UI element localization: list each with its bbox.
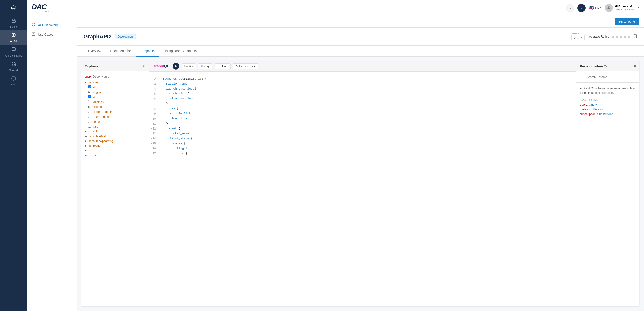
doc-search-input[interactable] [580,74,636,80]
line-num: ▾14 [149,136,158,141]
svg-marker-25 [175,65,177,68]
tree-checkbox-status[interactable] [88,120,91,123]
menu-icon[interactable] [8,2,19,14]
tree-label-cores: cores [88,153,96,157]
query-name-input[interactable] [92,75,124,78]
tab-overview[interactable]: Overview [84,46,106,57]
tree-item: landings [88,100,146,104]
code-line: 9 article_link [149,111,576,116]
logo: DAC DIGITAL APICRAFT [32,3,57,13]
run-button[interactable] [172,63,179,70]
code-line: ▾12 rocket { [149,126,576,131]
tree-expander-core[interactable]: ▶ [85,149,87,152]
tree-checkbox-id-star[interactable] [88,85,91,88]
average-rating-label: Average Rating [589,35,609,38]
tree-checkbox-id[interactable] [88,95,91,98]
doc-explorer-close-button[interactable]: × [634,64,636,69]
fold-arrow-icon[interactable]: ▾ [150,127,152,130]
line-num: 10 [149,116,158,121]
line-code: rocket { [158,126,180,131]
rating-stars[interactable]: ★★★★★ [611,34,631,39]
code-line: ▾2 launchesPast(limit: 10) { [149,77,576,82]
explorer-panel: Explorer × query ▾ capsule [81,61,149,306]
code-line: 13 rocket_name [149,131,576,136]
tree-expander-company[interactable]: ▶ [85,144,87,147]
sidebar-item-community[interactable]: API Community [0,45,27,59]
tabs-bar: Overview Documentation Endpoints Ratings… [77,46,644,57]
authentication-button[interactable]: Authentication ▾ [233,63,258,69]
user-name: Hi Pramod G [615,5,636,8]
doc-root-types-label: ROOT TYPES [580,98,636,101]
tree-label-dragon: dragon [92,90,101,94]
svg-point-14 [569,7,571,9]
main-area: DAC DIGITAL APICRAFT 0 🇬🇧 EN ▾ [27,0,644,311]
right-panel: Subscribe GraphAPI2 Development Version [77,16,644,311]
apis-icon [11,33,16,39]
left-panel: API Discovery Use Cases [27,16,77,311]
doc-type-subscription-value[interactable]: Subscription [597,112,614,116]
tree-label-capsules-upcoming: capsulesUpcoming [88,139,113,143]
fold-arrow-icon[interactable]: ▾ [150,142,152,145]
tree-checkbox-type[interactable] [88,125,91,128]
use-cases-label: Use Cases [38,33,53,36]
tree-expander-missions[interactable]: ▶ [88,105,90,109]
fold-arrow-icon[interactable]: ▾ [152,78,153,81]
line-num: 11 [149,121,158,126]
tab-endpoints[interactable]: Endpoints [136,46,159,57]
line-code: launch_date_local [158,87,196,91]
language-selector[interactable]: 🇬🇧 EN ▾ [589,6,601,11]
explorer-close-button[interactable]: × [143,64,146,69]
svg-point-17 [32,23,35,26]
sidebar-item-home[interactable]: Home [0,16,27,30]
doc-type-mutation-value[interactable]: Mutation [593,108,604,111]
fold-arrow-icon[interactable]: ▾ [150,137,152,140]
tree-checkbox-landings[interactable] [88,100,91,103]
logo-area: DAC DIGITAL APICRAFT [32,3,57,13]
svg-line-18 [34,25,35,26]
left-panel-api-discovery[interactable]: API Discovery [27,20,76,30]
use-cases-icon [32,32,36,37]
line-num: 8 [149,106,158,111]
tree-expander-dragon[interactable]: ▶ [88,90,90,94]
tree-expander-capsules-past[interactable]: ▶ [85,134,87,138]
user-info[interactable]: Hi Pramod G pramod.d@digital... ▾ [605,4,640,12]
line-code: core { [158,151,188,156]
tab-ratings[interactable]: Ratings and Comments [159,46,201,57]
line-code: article_link [158,111,191,116]
api-title-area: GraphAPI2 Development [84,34,136,40]
tree-expander-capsules-upcoming[interactable]: ▶ [85,139,87,143]
code-editor[interactable]: 1 { ▾2 launchesPast(limit: 10) { 3 missi [149,72,576,306]
bookmark-icon[interactable] [633,34,637,40]
subscribe-button[interactable]: Subscribe [615,18,640,25]
tree-expander-cores[interactable]: ▶ [85,153,87,157]
tree-expander-capsules[interactable]: ▶ [85,130,87,133]
tree-checkbox-reuse-count[interactable] [88,115,91,118]
line-code: } [158,121,168,126]
about-icon [11,76,16,82]
line-code: site_name_long [158,97,194,101]
explorer-header: Explorer × [81,61,149,71]
sidebar-item-about[interactable]: About [0,74,27,88]
line-code: } [158,102,168,106]
user-email: pramod.d@digital... [615,8,636,11]
api-badge: Development [115,34,136,39]
doc-type-query-value[interactable]: Query [589,103,597,106]
left-panel-use-cases[interactable]: Use Cases [27,30,76,39]
explorer-button[interactable]: Explorer [214,63,230,69]
tree-label-missions: missions [92,105,104,109]
version-select[interactable]: v1.0 ▾ [571,35,584,41]
notification-button[interactable]: 0 [578,4,586,12]
tab-documentation[interactable]: Documentation [106,46,136,57]
doc-type-row: subscription: Subscription [580,112,636,116]
tree-label-capsules: capsules [88,130,100,133]
sidebar-item-support[interactable]: Support [0,59,27,74]
explorer-body: query ▾ capsule id*: [81,71,149,306]
history-button[interactable]: History [198,63,212,69]
search-button[interactable] [566,4,574,12]
prettify-button[interactable]: Prettify [182,63,196,69]
sidebar-item-apis[interactable]: API(s) [0,30,27,45]
tree-expander-capsule[interactable]: ▾ [85,81,86,84]
line-code: { [158,72,161,76]
tree-checkbox-original-launch[interactable] [88,110,91,113]
query-row: query [85,75,146,78]
